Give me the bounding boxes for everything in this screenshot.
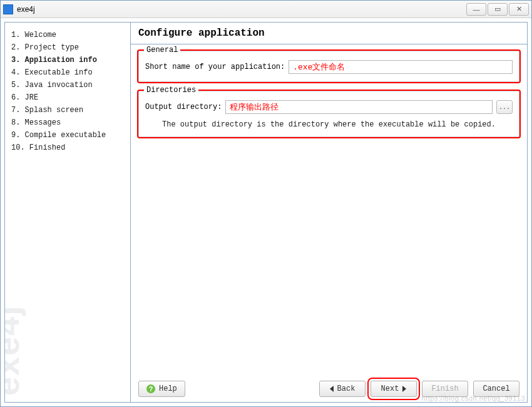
step-item[interactable]: 3. Application info (11, 54, 128, 66)
step-number: 8. (11, 118, 25, 127)
main-panel: Configure application General Short name… (130, 23, 527, 402)
step-label: Compile executable (25, 131, 106, 140)
help-label: Help (159, 384, 177, 393)
close-button[interactable]: ✕ (509, 3, 529, 16)
step-item[interactable]: 5. Java invocation (11, 79, 128, 91)
next-button[interactable]: Next (371, 381, 417, 397)
step-label: Executable info (25, 68, 93, 77)
step-number: 1. (11, 31, 25, 39)
directories-group: Directories Output directory: ... The ou… (138, 91, 519, 137)
window-controls: — ▭ ✕ (466, 3, 529, 16)
sidebar-watermark: exe4j (5, 305, 26, 396)
page-heading: Configure application (131, 23, 527, 44)
step-item[interactable]: 8. Messages (11, 116, 128, 129)
step-number: 9. (11, 131, 25, 140)
step-label: JRE (25, 93, 39, 102)
step-item[interactable]: 10. Finished (11, 142, 128, 154)
step-item[interactable]: 9. Compile executable (11, 129, 128, 142)
help-button[interactable]: ? Help (138, 381, 185, 397)
step-item[interactable]: 7. Splash screen (11, 104, 128, 116)
step-label: Java invocation (25, 81, 93, 90)
step-label: Welcome (25, 31, 56, 39)
step-list: 1. Welcome2. Project type3. Application … (11, 29, 128, 154)
back-label: Back (337, 384, 356, 393)
titlebar: exe4j — ▭ ✕ (1, 1, 531, 18)
step-item[interactable]: 2. Project type (11, 41, 128, 54)
cancel-label: Cancel (483, 384, 509, 393)
step-item[interactable]: 4. Executable info (11, 66, 128, 79)
step-number: 4. (11, 68, 25, 77)
app-icon (3, 4, 13, 14)
window-title: exe4j (17, 5, 466, 14)
step-label: Splash screen (25, 106, 84, 115)
help-icon: ? (146, 384, 155, 393)
general-legend: General (144, 46, 180, 54)
triangle-right-icon (402, 386, 406, 392)
body: 1. Welcome2. Project type3. Application … (1, 18, 531, 406)
short-name-label: Short name of your application: (145, 63, 285, 71)
short-name-input[interactable] (289, 60, 513, 74)
browse-button[interactable]: ... (496, 100, 513, 114)
triangle-left-icon (330, 386, 334, 392)
general-group: General Short name of your application: (138, 51, 519, 82)
step-number: 10. (11, 143, 29, 152)
step-label: Project type (25, 43, 79, 52)
step-number: 2. (11, 43, 25, 52)
step-item[interactable]: 1. Welcome (11, 29, 128, 41)
finish-label: Finish (431, 384, 458, 393)
ellipsis-icon: ... (499, 104, 510, 111)
step-number: 3. (11, 56, 25, 64)
csdn-watermark: https://blog.csdn.net/qq_39113 (422, 394, 525, 402)
main-window: exe4j — ▭ ✕ 1. Welcome2. Project type3. … (0, 0, 532, 407)
output-dir-label: Output directory: (145, 103, 222, 111)
output-dir-row: Output directory: ... (145, 100, 513, 114)
step-label: Application info (25, 56, 97, 64)
step-label: Finished (29, 143, 66, 152)
next-label: Next (381, 384, 399, 393)
maximize-button[interactable]: ▭ (488, 3, 508, 16)
step-number: 6. (11, 93, 25, 102)
back-button[interactable]: Back (319, 381, 366, 397)
step-number: 5. (11, 81, 25, 90)
step-number: 7. (11, 106, 25, 115)
step-label: Messages (25, 118, 61, 127)
directories-legend: Directories (144, 86, 198, 95)
short-name-row: Short name of your application: (145, 60, 513, 74)
wizard-frame: 1. Welcome2. Project type3. Application … (4, 22, 528, 403)
step-item[interactable]: 6. JRE (11, 91, 128, 104)
output-dir-hint: The output directory is the directory wh… (145, 120, 513, 129)
sidebar: 1. Welcome2. Project type3. Application … (5, 23, 130, 402)
minimize-button[interactable]: — (466, 3, 486, 16)
main-content: General Short name of your application: … (131, 44, 527, 376)
output-dir-input[interactable] (225, 100, 493, 114)
